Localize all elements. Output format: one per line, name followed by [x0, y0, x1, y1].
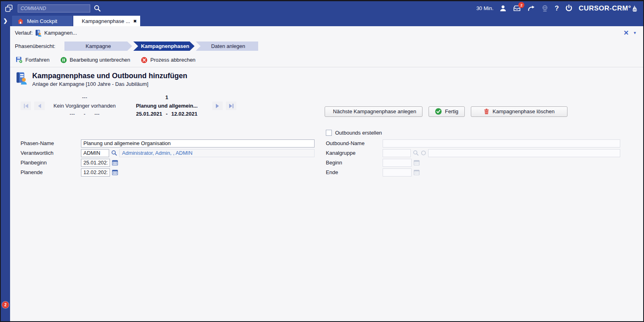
- app-window: 30 Min. 2 ? CURSOR-CRM°: [0, 0, 644, 322]
- current-record-info: 1 Planung und allgemein... 25.01.2021-12…: [123, 93, 211, 118]
- check-circle-icon: [435, 108, 442, 115]
- history-row: Verlauf: Kampagnen... ✕ ▾: [10, 26, 643, 39]
- tab-close-icon[interactable]: ✖: [133, 19, 137, 23]
- ende-label: Ende: [325, 169, 383, 175]
- home-icon: [17, 18, 24, 24]
- tabs-group: Mein Cockpit Kampagnenphase ... ✖: [12, 16, 140, 26]
- current-record-dates: 25.01.2021-12.02.2021: [123, 110, 211, 118]
- page-header-text: Kampagnenphase und Outbound hinzufügen A…: [32, 72, 187, 87]
- phasen-name-label: Phasen-Name: [21, 140, 81, 146]
- phase-overview-row: Phasenübersicht: Kampagne Kampagnenphase…: [10, 39, 643, 54]
- collapsed-sidebar: 2: [1, 26, 10, 321]
- verantwortlich-link[interactable]: Administrator, Admin, , ADMIN: [122, 150, 193, 156]
- verantwortlich-row: Verantwortlich Administrator, Admin, , A…: [21, 149, 315, 158]
- outbound-name-label: Outbound-Name: [325, 140, 383, 146]
- topbar-right-group: 30 Min. 2 ? CURSOR-CRM°: [476, 4, 638, 12]
- outbound-name-input: [383, 139, 620, 147]
- globe-icon[interactable]: [541, 5, 549, 12]
- outbounds-checkbox-label: Outbounds erstellen: [335, 130, 382, 136]
- done-label: Fertig: [445, 108, 458, 114]
- outbound-name-row: Outbound-Name: [325, 139, 620, 148]
- brand-logo: CURSOR-CRM°: [579, 4, 638, 12]
- page-header: Kampagnenphase und Outbound hinzufügen A…: [10, 67, 643, 87]
- outbounds-checkbox[interactable]: [326, 130, 332, 136]
- panel-controls: ✕ ▾: [623, 30, 636, 36]
- phase-form: Phasen-Name Verantwortlich Administrator…: [10, 118, 643, 321]
- redo-arrow-icon[interactable]: [527, 5, 535, 12]
- lookup-search-icon[interactable]: [111, 150, 117, 156]
- save-continue-icon: [16, 56, 23, 63]
- current-record-name: Planung und allgemein...: [123, 102, 211, 110]
- outbound-form-right: Outbounds erstellen Outbound-Name Kanalg…: [325, 129, 620, 321]
- prev-record-info: --- Kein Vorgänger vorhanden -------: [46, 93, 123, 118]
- ende-row: Ende: [325, 168, 620, 177]
- create-next-phase-label: Nächste Kampagnenphase anlegen: [333, 108, 416, 114]
- phase-overview-label: Phasenübersicht:: [15, 43, 64, 49]
- phasen-name-input[interactable]: [81, 139, 315, 147]
- next-record-button[interactable]: [212, 102, 223, 110]
- calendar-icon[interactable]: [112, 169, 118, 175]
- delete-phase-label: Kampagnenphase löschen: [493, 108, 555, 114]
- page-subtitle: Anlage der Kampagne [100 Jahre - Das Jub…: [32, 81, 187, 87]
- step-daten-anlegen[interactable]: Daten anlegen: [196, 42, 258, 51]
- pause-button[interactable]: Bearbeitung unterbrechen: [60, 57, 130, 63]
- inbox-icon[interactable]: 2: [513, 5, 521, 12]
- session-timer: 30 Min.: [476, 5, 494, 11]
- verantwortlich-input[interactable]: [81, 149, 109, 157]
- command-input-wrap: [18, 4, 90, 12]
- phasen-name-row: Phasen-Name: [21, 139, 315, 148]
- done-button[interactable]: Fertig: [429, 106, 465, 117]
- record-navigator: --- Kein Vorgänger vorhanden ------- 1 P…: [10, 87, 643, 118]
- current-record-index: 1: [123, 93, 211, 102]
- cancel-process-button[interactable]: Prozess abbrechen: [141, 57, 195, 63]
- verantwortlich-link-box: Administrator, Admin, , ADMIN: [119, 149, 315, 157]
- page-title: Kampagnenphase und Outbound hinzufügen: [32, 72, 187, 80]
- search-icon[interactable]: [93, 4, 101, 12]
- command-input[interactable]: [21, 6, 87, 11]
- content-area: Verlauf: Kampagnen... ✕ ▾ Phasenübersich…: [10, 26, 643, 321]
- pause-label: Bearbeitung unterbrechen: [70, 57, 130, 63]
- phase-action-buttons: Nächste Kampagnenphase anlegen Fertig Ka…: [325, 106, 567, 117]
- beginn-row: Beginn: [325, 158, 620, 167]
- create-next-phase-button[interactable]: Nächste Kampagnenphase anlegen: [325, 106, 422, 117]
- last-record-button[interactable]: [226, 102, 236, 110]
- tab-bar: ❯ Mein Cockpit Kampagnenphase ... ✖: [1, 15, 643, 26]
- help-icon[interactable]: ?: [555, 4, 559, 12]
- main-area: 2 Verlauf: Kampagnen... ✕ ▾ Phasenübersi…: [1, 26, 643, 321]
- prev-record-name: Kein Vorgänger vorhanden: [46, 102, 123, 110]
- beginn-label: Beginn: [325, 160, 383, 166]
- calendar-icon-disabled: [414, 169, 420, 175]
- ende-input: [383, 168, 412, 177]
- kanalgruppe-name-input: [428, 149, 620, 157]
- user-icon[interactable]: [499, 5, 507, 12]
- continue-label: Fortfahren: [25, 57, 50, 63]
- delete-phase-button[interactable]: Kampagnenphase löschen: [471, 106, 567, 117]
- power-icon[interactable]: [565, 4, 573, 12]
- close-panel-icon[interactable]: ✕: [623, 30, 629, 36]
- app-menu-icon[interactable]: [5, 4, 14, 12]
- tab-mein-cockpit[interactable]: Mein Cockpit: [12, 16, 72, 26]
- sidebar-notification-badge[interactable]: 2: [2, 301, 9, 308]
- first-record-button[interactable]: [21, 102, 31, 110]
- beginn-input: [383, 159, 412, 167]
- history-item[interactable]: Kampagnen...: [44, 30, 77, 36]
- calendar-icon[interactable]: [112, 160, 118, 166]
- campaign-book-icon: [35, 29, 41, 37]
- planbeginn-input[interactable]: [81, 159, 110, 167]
- sailboat-icon: [632, 4, 638, 12]
- continue-button[interactable]: Fortfahren: [16, 56, 50, 63]
- outbounds-checkbox-row: Outbounds erstellen: [325, 129, 620, 137]
- planbeginn-label: Planbeginn: [21, 160, 81, 166]
- pause-icon: [60, 57, 67, 63]
- calendar-icon-disabled: [414, 160, 420, 166]
- tab-label: Mein Cockpit: [27, 18, 57, 24]
- sidebar-expand-chevron[interactable]: ❯: [1, 15, 10, 26]
- tab-kampagnenphase[interactable]: Kampagnenphase ... ✖: [73, 16, 140, 26]
- planende-input[interactable]: [81, 168, 110, 177]
- chevron-down-icon[interactable]: ▾: [634, 31, 636, 35]
- step-kampagnenphasen[interactable]: Kampagnenphasen: [133, 42, 195, 51]
- step-kampagne[interactable]: Kampagne: [64, 42, 132, 51]
- prev-record-button[interactable]: [34, 102, 45, 110]
- trash-icon: [484, 108, 489, 114]
- tab-label: Kampagnenphase ...: [82, 18, 130, 24]
